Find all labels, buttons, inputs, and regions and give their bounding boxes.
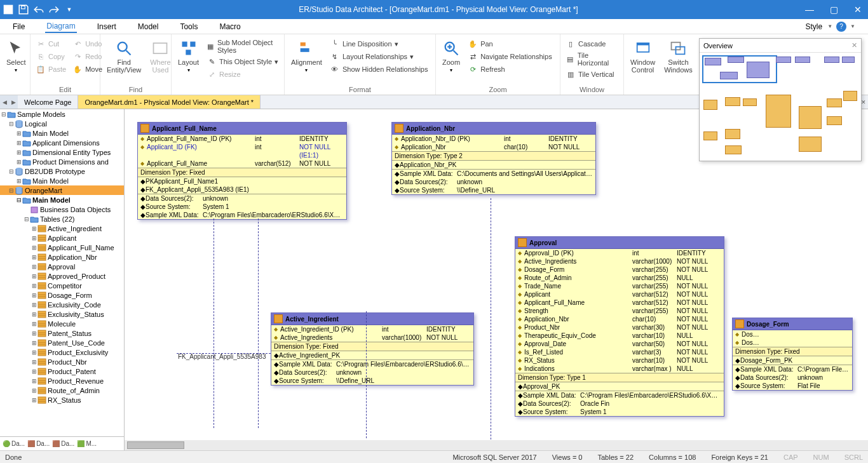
maximize-button[interactable]: ▢ xyxy=(826,2,841,17)
entity-Applicant_Full_Name[interactable]: Applicant_Full_Name◆Applicant_Full_Name_… xyxy=(137,122,347,220)
undo-button[interactable]: ↶Undo xyxy=(71,38,104,50)
alignment-button[interactable]: Alignment▾ xyxy=(288,38,325,74)
tree-item[interactable]: ⊞Product_Exclusivity xyxy=(0,347,124,357)
tree-item[interactable]: ⊟OrangeMart xyxy=(0,185,124,195)
move-button[interactable]: ✋Move xyxy=(71,64,104,75)
tree-item[interactable]: ⊟Sample Models xyxy=(0,109,124,119)
tree-item[interactable]: ⊞Product Dimensions and xyxy=(0,157,124,166)
app-icon xyxy=(3,4,14,15)
menu-insert[interactable]: Insert xyxy=(96,21,118,32)
svg-rect-6 xyxy=(190,42,195,47)
horizontal-scrollbar[interactable] xyxy=(125,440,868,450)
menu-diagram[interactable]: Diagram xyxy=(45,20,76,33)
help-icon[interactable]: ? xyxy=(836,22,846,32)
where-used-button[interactable]: Where Used xyxy=(147,38,173,75)
tree-item[interactable]: ⊟Logical xyxy=(0,119,124,128)
select-button[interactable]: Select▾ xyxy=(4,38,29,74)
redo-icon[interactable] xyxy=(48,4,60,15)
show-hidden-button[interactable]: 👁Show Hidden Relationships xyxy=(329,64,430,75)
tree-item[interactable]: ⊟Tables (22) xyxy=(0,214,124,224)
paste-button[interactable]: 📋Paste xyxy=(34,64,67,75)
tree-item[interactable]: ⊞Exclusivity_Status xyxy=(0,309,124,319)
tree-item[interactable]: ⊞Applicant_Full_Name xyxy=(0,243,124,252)
pan-button[interactable]: ✋Pan xyxy=(466,38,553,50)
tree-item[interactable]: ⊞Main Model xyxy=(0,176,124,185)
tree-item[interactable]: ⊞Dosage_Form xyxy=(0,290,124,300)
svg-rect-67 xyxy=(38,368,46,375)
undo-icon[interactable] xyxy=(33,4,44,15)
tab-welcome[interactable]: Welcome Page xyxy=(18,95,78,109)
svg-rect-58 xyxy=(38,340,46,346)
menu-macro[interactable]: Macro xyxy=(218,21,241,32)
side-tab-d[interactable]: 🟩M... xyxy=(77,440,97,447)
cut-button[interactable]: ✂Cut xyxy=(34,38,67,50)
copy-button[interactable]: ⎘Copy xyxy=(34,51,67,62)
tree[interactable]: ⊟Sample Models⊟Logical⊞Main Model⊞Applic… xyxy=(0,109,124,436)
layout-relationships-button[interactable]: ↯Layout Relationships ▾ xyxy=(329,51,430,62)
menu-file[interactable]: File xyxy=(11,21,26,32)
tab-nav-right[interactable]: ▶ xyxy=(9,95,18,109)
resize-button[interactable]: ⤢Resize xyxy=(205,69,280,80)
tree-item[interactable]: ⊞Patent_Use_Code xyxy=(0,338,124,347)
svg-rect-15 xyxy=(637,43,649,46)
zoom-button[interactable]: Zoom▾ xyxy=(440,38,463,74)
line-disposition-button[interactable]: ╰Line Disposition ▾ xyxy=(329,38,430,50)
qat-dropdown-icon[interactable]: ▼ xyxy=(64,4,75,15)
tree-item[interactable]: ⊞Main Model xyxy=(0,128,124,138)
tile-horizontal-button[interactable]: ▤Tile Horizontal xyxy=(564,51,620,67)
entity-Approval[interactable]: Approval◆Approval_ID (PK)intIDENTITY◆Act… xyxy=(515,236,724,417)
tree-item[interactable]: ⊞Competitor xyxy=(0,281,124,290)
group-format-label: Format xyxy=(288,84,431,95)
overview-close-icon[interactable]: ✕ xyxy=(851,41,857,50)
tree-item[interactable]: ⊞Patent_Status xyxy=(0,328,124,338)
side-tab-c[interactable]: 🟫Da... xyxy=(52,440,74,447)
tree-item[interactable]: ⊟Main Model xyxy=(0,195,124,205)
minimize-button[interactable]: — xyxy=(802,2,817,17)
layout-button[interactable]: Layout▾ xyxy=(175,38,201,74)
tree-item[interactable]: ⊞Application_Nbr xyxy=(0,252,124,262)
tab-nav-left[interactable]: ◀ xyxy=(0,95,9,109)
object-style-button[interactable]: ✎This Object Style ▾ xyxy=(205,56,280,67)
tree-item[interactable]: ⊞Applicant xyxy=(0,233,124,243)
entity-Application_Nbr[interactable]: Application_Nbr◆Application_Nbr_ID (PK)i… xyxy=(391,122,596,195)
switch-windows-button[interactable]: Switch Windows xyxy=(661,38,695,75)
tab-model[interactable]: OrangeMart.dm1 - Physical Model View: Or… xyxy=(78,95,261,109)
navigate-relationships-button[interactable]: ⇄Navigate Relationships xyxy=(466,51,553,62)
menu-tools[interactable]: Tools xyxy=(179,21,199,32)
side-tab-b[interactable]: 🟫Da... xyxy=(27,440,50,447)
entity-Dosage_Form[interactable]: Dosage_Form◆Dosage_Form_ID (PK)◆Dosage_F… xyxy=(732,318,853,391)
svg-rect-0 xyxy=(4,5,13,14)
menu-model[interactable]: Model xyxy=(137,21,160,32)
status-server: Microsoft SQL Server 2017 xyxy=(452,453,536,461)
tree-item[interactable]: ⊞Molecule xyxy=(0,319,124,328)
cascade-button[interactable]: ▯Cascade xyxy=(564,38,620,50)
status-scrl: SCRL xyxy=(844,453,863,461)
side-tab-a[interactable]: 🟢Da... xyxy=(3,440,25,447)
close-button[interactable]: ✕ xyxy=(850,2,865,17)
tree-item[interactable]: ⊞Route_of_Admin xyxy=(0,386,124,395)
redo-button[interactable]: ↷Redo xyxy=(71,51,104,62)
tree-item[interactable]: ⊞Approved_Product xyxy=(0,271,124,281)
status-cap: CAP xyxy=(783,453,798,461)
tree-item[interactable]: ⊞RX_Status xyxy=(0,395,124,405)
svg-rect-61 xyxy=(38,349,46,356)
tree-item[interactable]: Business Data Objects xyxy=(0,205,124,214)
tree-item[interactable]: ⊞Product_Nbr xyxy=(0,357,124,366)
entity-Active_Ingredient[interactable]: Active_Ingredient◆Active_Ingredient_ID (… xyxy=(271,312,474,386)
tree-item[interactable]: ⊞Approval xyxy=(0,262,124,271)
tree-item[interactable]: ⊞Active_Ingredient xyxy=(0,224,124,233)
window-control-button[interactable]: Window Control xyxy=(628,38,658,75)
save-icon[interactable] xyxy=(18,4,29,15)
tree-item[interactable]: ⊞Dimensional Entity Types xyxy=(0,147,124,157)
refresh-button[interactable]: ⟳Refresh xyxy=(466,64,553,75)
tree-item[interactable]: ⊟DB2UDB Prototype xyxy=(0,166,124,176)
tree-item[interactable]: ⊞Product_Patent xyxy=(0,366,124,376)
tree-item[interactable]: ⊞Product_Revenue xyxy=(0,376,124,386)
submodel-styles-button[interactable]: ▦Sub Model Object Styles xyxy=(205,38,280,55)
tree-item[interactable]: ⊞Exclusivity_Code xyxy=(0,300,124,309)
find-button[interactable]: Find Entity/View xyxy=(104,38,144,75)
tree-item[interactable]: ⊞Applicant Dimensions xyxy=(0,138,124,147)
overview-map[interactable] xyxy=(700,53,861,161)
menu-style[interactable]: Style xyxy=(804,21,824,32)
tile-vertical-button[interactable]: ▥Tile Vertical xyxy=(564,69,620,80)
